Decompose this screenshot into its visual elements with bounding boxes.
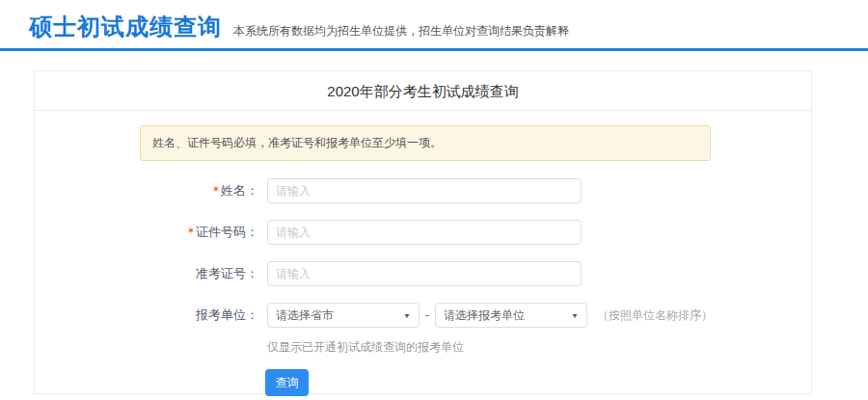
id-number-label-text: 证件号码： (196, 225, 258, 239)
province-select[interactable]: 请选择省市 ▼ (267, 303, 420, 328)
select-separator: - (425, 308, 429, 322)
form-row-id-number: *证件号码： (35, 220, 811, 245)
site-disclaimer: 本系统所有数据均为招生单位提供，招生单位对查询结果负责解释 (233, 23, 569, 40)
required-asterisk: * (213, 184, 219, 198)
province-select-value: 请选择省市 (276, 307, 334, 324)
unit-label: 报考单位： (35, 307, 258, 324)
ticket-control (267, 261, 582, 286)
page: 硕士初试成绩查询 本系统所有数据均为招生单位提供，招生单位对查询结果负责解释 2… (0, 0, 868, 394)
header: 硕士初试成绩查询 本系统所有数据均为招生单位提供，招生单位对查询结果负责解释 (0, 0, 868, 51)
ticket-input[interactable] (267, 261, 582, 286)
id-number-control (267, 220, 582, 245)
name-input[interactable] (267, 178, 582, 203)
sort-order-note: （按照单位名称排序） (597, 307, 713, 324)
form-row-name: *姓名： (35, 178, 811, 203)
query-button[interactable]: 查询 (265, 369, 309, 396)
unit-label-text: 报考单位： (196, 307, 258, 322)
unit-control: 请选择省市 ▼ - 请选择报考单位 ▼ （按照单位名称排序） (267, 303, 713, 328)
site-title: 硕士初试成绩查询 (29, 15, 222, 39)
ticket-label: 准考证号： (35, 265, 258, 282)
unit-select[interactable]: 请选择报考单位 ▼ (435, 303, 587, 328)
name-label: *姓名： (35, 182, 258, 200)
chevron-down-icon: ▼ (403, 311, 411, 319)
id-number-label: *证件号码： (35, 224, 258, 241)
unit-availability-hint: 仅显示已开通初试成绩查询的报考单位 (267, 339, 811, 356)
notice-banner: 姓名、证件号码必填，准考证号和报考单位至少填一项。 (140, 125, 711, 161)
query-panel: 2020年部分考生初试成绩查询 姓名、证件号码必填，准考证号和报考单位至少填一项… (34, 70, 812, 394)
unit-select-value: 请选择报考单位 (444, 307, 525, 324)
query-form: *姓名： *证件号码： 准考证号： 报考单位： (35, 178, 811, 396)
form-row-unit: 报考单位： 请选择省市 ▼ - 请选择报考单位 ▼ （按照单位名称排序） (35, 303, 811, 328)
panel-title: 2020年部分考生初试成绩查询 (35, 71, 811, 111)
form-row-ticket: 准考证号： (35, 261, 811, 286)
id-number-input[interactable] (267, 220, 582, 245)
required-asterisk: * (188, 226, 194, 239)
name-label-text: 姓名： (221, 183, 258, 198)
name-control (267, 178, 582, 203)
ticket-label-text: 准考证号： (196, 266, 258, 280)
chevron-down-icon: ▼ (571, 311, 579, 319)
